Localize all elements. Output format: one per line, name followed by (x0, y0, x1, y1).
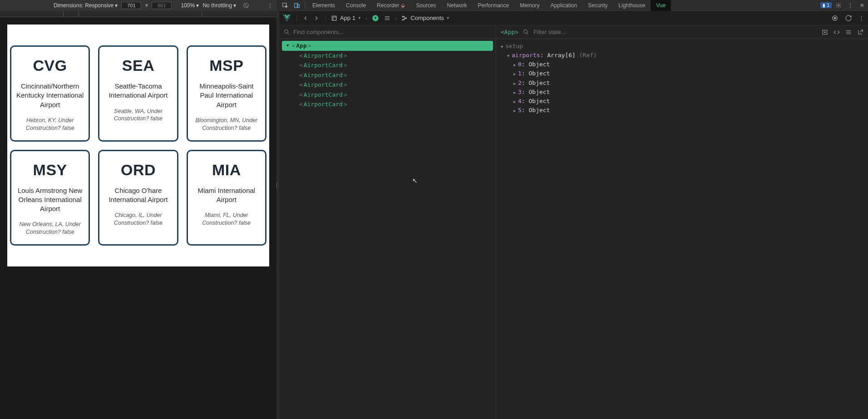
devtools-close-icon[interactable]: ✕ (856, 0, 868, 11)
app-selector[interactable]: App 1 ▾ (331, 15, 361, 21)
tree-node-airportcard[interactable]: <AirportCard> (279, 51, 496, 61)
svg-line-20 (527, 33, 528, 34)
airport-meta: Chicago, IL, Under Construction? false (104, 212, 172, 227)
tab-sources[interactable]: Sources (410, 0, 441, 11)
svg-point-16 (834, 17, 836, 19)
inspect-dom-icon[interactable] (845, 29, 852, 35)
tree-node-airportcard[interactable]: <AirportCard> (279, 99, 496, 109)
state-array-item[interactable]: 2: Object (501, 79, 863, 88)
inspect-element-icon[interactable] (279, 0, 291, 11)
tab-recorder[interactable]: Recorder ⬙ (371, 0, 410, 11)
airport-name: Chicago O'hare International Airport (104, 186, 172, 205)
airport-code: MSP (192, 57, 261, 74)
tab-network[interactable]: Network (441, 0, 472, 11)
tree-node-airportcard[interactable]: <AirportCard> (279, 90, 496, 100)
state-tree: setup airports: Array[6] (Ref) 0: Object… (496, 39, 868, 118)
breadcrumb-separator-icon: › (365, 15, 367, 21)
state-filter-input[interactable] (533, 29, 817, 35)
airport-code: SEA (104, 57, 172, 74)
device-toolbar: Dimensions: Responsive ▾ × 100% ▾ No thr… (0, 0, 276, 11)
throttling-dropdown[interactable]: No throttling ▾ (202, 2, 236, 9)
vue-more-icon[interactable]: ⋮ (858, 15, 864, 22)
tab-security[interactable]: Security (582, 0, 613, 11)
tab-performance[interactable]: Performance (472, 0, 514, 11)
airport-meta: Miami, FL, Under Construction? false (192, 212, 261, 227)
device-stage: CVG Cincinnati/Northern Kentucky Interna… (0, 17, 276, 419)
airport-name: Cincinnati/Northern Kentucky Internation… (16, 82, 84, 109)
airport-name: Miami International Airport (192, 186, 261, 205)
chevron-down-icon: ▾ (447, 15, 449, 21)
airport-card[interactable]: SEA Seattle-Tacoma International Airport… (98, 45, 178, 142)
dimension-separator: × (145, 2, 148, 9)
tree-node-airportcard[interactable]: <AirportCard> (279, 80, 496, 90)
airport-cards-grid: CVG Cincinnati/Northern Kentucky Interna… (10, 45, 266, 246)
tree-node-airportcard[interactable]: <AirportCard> (279, 70, 496, 80)
tree-caret-icon[interactable]: ▼ (286, 43, 289, 49)
devtools-more-icon[interactable]: ⋮ (844, 0, 856, 11)
vue-devtools-body: ▼<App> <AirportCard> <AirportCard> <Airp… (279, 25, 868, 419)
svg-point-5 (838, 5, 839, 6)
devtools-tab-bar: Elements Console Recorder ⬙ Sources Netw… (279, 0, 868, 11)
airport-card[interactable]: ORD Chicago O'hare International Airport… (98, 150, 178, 246)
refresh-icon[interactable] (845, 15, 852, 22)
search-icon (523, 29, 529, 35)
chevron-down-icon: ▾ (358, 15, 361, 21)
airport-code: MIA (192, 161, 261, 179)
state-array-item[interactable]: 1: Object (501, 69, 863, 78)
device-more-icon[interactable]: ⋮ (267, 2, 273, 9)
pane-resize-handle[interactable] (276, 0, 279, 419)
timeline-icon[interactable] (384, 15, 391, 21)
inspector-compass-icon[interactable] (372, 15, 379, 22)
airport-meta: New Orleans, LA, Under Construction? fal… (16, 221, 84, 236)
svg-line-18 (287, 33, 289, 34)
airport-code: CVG (16, 57, 84, 74)
component-search-input[interactable] (293, 29, 491, 35)
zoom-dropdown[interactable]: 100% ▾ (181, 2, 199, 9)
rotate-icon[interactable] (243, 2, 249, 9)
toggle-device-toolbar-icon[interactable] (291, 0, 303, 11)
state-array-item[interactable]: 3: Object (501, 88, 863, 97)
device-width-input[interactable] (121, 2, 141, 9)
tab-lighthouse[interactable]: Lighthouse (613, 0, 651, 11)
airport-card[interactable]: MIA Miami International Airport Miami, F… (187, 150, 266, 246)
nav-back-icon[interactable] (302, 15, 309, 21)
state-group-setup[interactable]: setup (501, 42, 863, 51)
state-array-item[interactable]: 5: Object (501, 106, 863, 115)
component-state-panel: <App> setup airports: Array[6] (Ref) 0: … (496, 25, 868, 419)
nav-forward-icon[interactable] (313, 15, 320, 21)
tab-vue[interactable]: Vue (651, 0, 671, 11)
open-in-editor-icon[interactable] (857, 29, 863, 35)
airport-name: Louis Armstrong New Orleans Internationa… (16, 186, 84, 214)
state-key-airports[interactable]: airports: Array[6] (Ref) (501, 51, 863, 60)
airport-card[interactable]: MSY Louis Armstrong New Orleans Internat… (10, 150, 90, 246)
search-icon (284, 29, 290, 35)
svg-point-22 (824, 31, 825, 32)
airport-name: Minneapolis-Saint Paul International Air… (192, 82, 261, 109)
scroll-to-component-icon[interactable] (822, 29, 828, 35)
device-height-input[interactable] (152, 2, 172, 9)
components-tree-icon (401, 15, 408, 21)
tree-node-app[interactable]: ▼<App> (282, 41, 493, 51)
airport-card[interactable]: CVG Cincinnati/Northern Kentucky Interna… (10, 45, 90, 142)
tab-console[interactable]: Console (340, 0, 371, 11)
tab-application[interactable]: Application (545, 0, 583, 11)
svg-point-13 (403, 19, 404, 20)
tree-node-airportcard[interactable]: <AirportCard> (279, 60, 496, 70)
breadcrumb-separator-icon: › (395, 15, 397, 21)
show-render-code-icon[interactable] (833, 29, 840, 35)
dimensions-dropdown[interactable]: Dimensions: Responsive ▾ (54, 2, 118, 9)
responsive-ruler[interactable] (0, 11, 276, 17)
settings-gear-icon[interactable] (833, 0, 844, 11)
state-breadcrumb[interactable]: <App> (501, 29, 518, 35)
svg-point-19 (524, 30, 528, 34)
airport-meta: Bloomington, MN, Under Construction? fal… (192, 117, 261, 132)
components-selector[interactable]: Components ▾ (401, 15, 449, 21)
state-array-item[interactable]: 4: Object (501, 97, 863, 106)
error-count-badge[interactable]: ▮1 (820, 2, 832, 8)
tab-memory[interactable]: Memory (514, 0, 545, 11)
state-array-item[interactable]: 0: Object (501, 60, 863, 69)
airport-card[interactable]: MSP Minneapolis-Saint Paul International… (187, 45, 266, 142)
tab-elements[interactable]: Elements (307, 0, 340, 11)
svg-point-17 (285, 30, 288, 34)
select-component-icon[interactable] (831, 15, 838, 22)
